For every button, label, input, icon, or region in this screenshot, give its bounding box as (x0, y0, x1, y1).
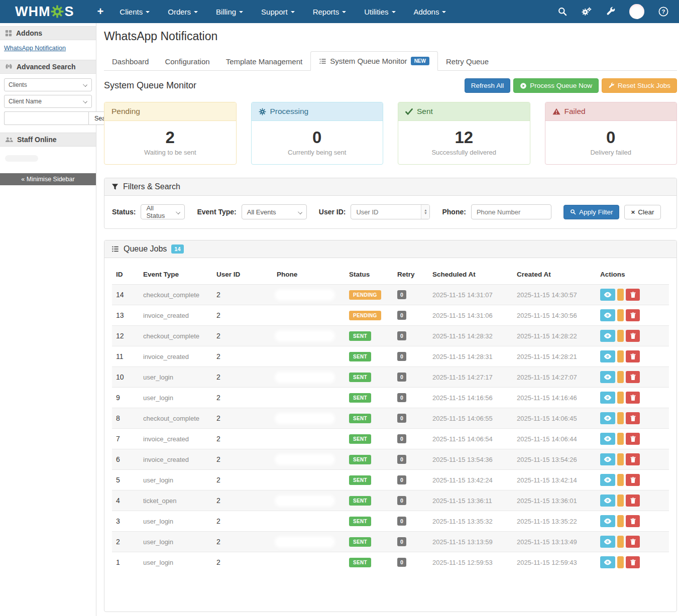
retry-job-button[interactable] (617, 412, 624, 424)
sidebar-search-input[interactable] (4, 111, 88, 125)
delete-job-button[interactable] (626, 453, 640, 465)
whmcs-logo[interactable]: WHM S (15, 4, 74, 20)
delete-job-button[interactable] (626, 392, 640, 404)
retry-job-button[interactable] (617, 556, 624, 568)
refresh-all-button[interactable]: Refresh All (465, 78, 510, 93)
table-header-row: ID Event Type User ID Phone Status Retry… (112, 265, 669, 285)
delete-job-button[interactable] (626, 536, 640, 548)
retry-job-button[interactable] (617, 433, 624, 445)
menu-reports[interactable]: Reports (313, 8, 347, 16)
menu-utilities[interactable]: Utilities (364, 8, 395, 16)
delete-job-button[interactable] (626, 289, 640, 301)
retry-job-button[interactable] (617, 474, 624, 486)
view-job-button[interactable] (600, 556, 615, 568)
view-job-button[interactable] (600, 495, 615, 507)
event-type-select[interactable]: All Events (242, 204, 307, 219)
user-id-input[interactable] (351, 204, 430, 219)
brand-gear-icon (51, 5, 64, 18)
job-scheduled-at: 2025-11-15 14:16:56 (428, 388, 513, 408)
retry-job-button[interactable] (617, 309, 624, 321)
delete-job-button[interactable] (626, 556, 640, 568)
menu-support[interactable]: Support (261, 8, 295, 16)
phone-input[interactable] (471, 204, 551, 219)
job-actions (596, 305, 669, 326)
retry-job-button[interactable] (617, 453, 624, 465)
job-event-type: invoice_created (139, 429, 212, 449)
job-status: SENT (345, 429, 393, 449)
delete-job-button[interactable] (626, 495, 640, 507)
clear-filter-button[interactable]: × Clear (624, 205, 660, 219)
wrench-icon[interactable] (606, 7, 616, 17)
col-status: Status (345, 265, 393, 285)
retry-job-button[interactable] (617, 350, 624, 362)
view-job-button[interactable] (600, 371, 615, 383)
tab-dashboard[interactable]: Dashboard (104, 52, 157, 71)
job-status: PENDING (345, 305, 393, 326)
user-avatar[interactable] (629, 4, 644, 19)
caret-down-icon (342, 11, 346, 13)
search-type-select[interactable]: Clients (4, 78, 92, 91)
status-select[interactable]: All Status (141, 204, 185, 219)
job-user-id: 2 (212, 408, 273, 429)
sidebar-link-whatsapp-notification[interactable]: WhatsApp Notification (0, 40, 96, 57)
system-settings-gears-icon[interactable] (581, 6, 592, 17)
retry-job-button[interactable] (617, 392, 624, 404)
job-scheduled-at: 2025-11-15 13:54:36 (428, 449, 513, 470)
delete-job-button[interactable] (626, 412, 640, 424)
view-job-button[interactable] (600, 474, 615, 486)
menu-billing[interactable]: Billing (216, 8, 243, 16)
search-icon[interactable] (557, 7, 568, 17)
job-actions (596, 490, 669, 511)
reset-stuck-jobs-button[interactable]: Reset Stuck Jobs (602, 78, 677, 93)
quick-add-icon[interactable]: + (97, 5, 104, 18)
search-field-select[interactable]: Client Name (4, 95, 92, 108)
tab-retry-queue[interactable]: Retry Queue (438, 52, 497, 71)
retry-job-button[interactable] (617, 515, 624, 527)
menu-addons[interactable]: Addons (414, 8, 446, 16)
view-job-button[interactable] (600, 289, 615, 301)
minimise-sidebar-button[interactable]: « Minimise Sidebar (0, 173, 96, 185)
view-job-button[interactable] (600, 309, 615, 321)
user-id-label: User ID: (319, 208, 346, 216)
view-job-button[interactable] (600, 453, 615, 465)
help-icon[interactable]: ? (658, 6, 669, 17)
tab-configuration[interactable]: Configuration (157, 52, 217, 71)
view-job-button[interactable] (600, 515, 615, 527)
retry-job-button[interactable] (617, 289, 624, 301)
delete-job-button[interactable] (626, 371, 640, 383)
view-job-button[interactable] (600, 412, 615, 424)
job-retry: 0 (393, 305, 428, 326)
view-job-button[interactable] (600, 433, 615, 445)
number-spinner[interactable]: ▲▼ (421, 205, 429, 219)
menu-clients[interactable]: Clients (120, 8, 150, 16)
delete-job-button[interactable] (626, 309, 640, 321)
delete-job-button[interactable] (626, 330, 640, 342)
delete-job-button[interactable] (626, 433, 640, 445)
retry-job-button[interactable] (617, 536, 624, 548)
view-job-button[interactable] (600, 350, 615, 362)
chevron-down-icon (83, 82, 87, 87)
apply-filter-button[interactable]: Apply Filter (563, 205, 620, 219)
retry-job-button[interactable] (617, 330, 624, 342)
menu-orders[interactable]: Orders (168, 8, 198, 16)
delete-job-button[interactable] (626, 474, 640, 486)
status-badge: SENT (349, 517, 371, 526)
job-phone (273, 429, 345, 449)
job-scheduled-at: 2025-11-15 14:27:17 (428, 367, 513, 388)
tab-system-queue-monitor[interactable]: System Queue Monitor NEW (310, 51, 438, 71)
job-phone (273, 305, 345, 326)
new-badge: NEW (411, 57, 429, 65)
view-job-button[interactable] (600, 392, 615, 404)
view-job-button[interactable] (600, 536, 615, 548)
retry-job-button[interactable] (617, 495, 624, 507)
delete-job-button[interactable] (626, 515, 640, 527)
sidebar-advanced-search-header: Advanced Search (0, 60, 96, 74)
job-event-type: checkout_complete (139, 285, 212, 305)
view-job-button[interactable] (600, 330, 615, 342)
retry-job-button[interactable] (617, 371, 624, 383)
process-queue-now-button[interactable]: Process Queue Now (513, 78, 599, 93)
chevron-down-icon (83, 99, 87, 103)
delete-job-button[interactable] (626, 350, 640, 362)
tab-template-management[interactable]: Template Management (218, 52, 311, 71)
caret-down-icon (146, 11, 150, 13)
